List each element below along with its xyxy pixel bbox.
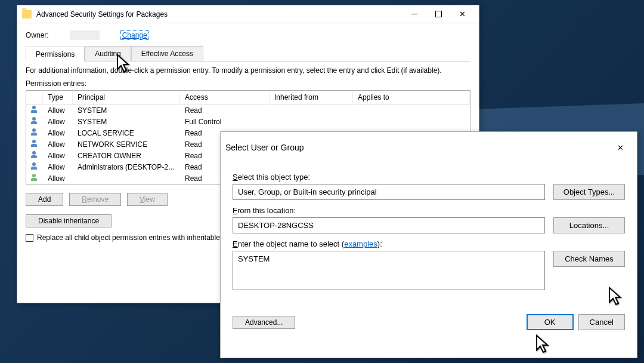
watermark: UGETFIX [577, 344, 632, 357]
col-principal[interactable]: Principal [73, 91, 180, 104]
location-label: From this location: [233, 206, 625, 215]
remove-button[interactable]: Remove [69, 193, 121, 206]
permission-entries-label: Permission entries: [26, 79, 470, 88]
tab-auditing[interactable]: Auditing [85, 46, 131, 61]
examples-link[interactable]: examples [344, 239, 377, 248]
advanced-button[interactable]: Advanced... [233, 316, 295, 329]
close-button[interactable] [608, 140, 632, 155]
change-owner-link[interactable]: Change [120, 30, 149, 40]
minimize-button[interactable] [402, 7, 426, 21]
close-button[interactable] [450, 7, 474, 21]
object-name-label: Enter the object name to select (example… [233, 239, 625, 248]
ok-button[interactable]: OK [527, 314, 574, 330]
check-names-button[interactable]: Check Names [553, 251, 625, 267]
owner-value [70, 30, 100, 40]
maximize-button[interactable] [426, 7, 450, 21]
tab-permissions[interactable]: Permissions [26, 47, 85, 61]
location-field: DESKTOP-28NGCSS [233, 217, 545, 233]
select-user-window: Select User or Group Select this object … [220, 131, 637, 358]
cancel-button[interactable]: Cancel [578, 314, 625, 330]
select-user-title: Select User or Group [225, 143, 608, 152]
info-text: For additional information, double-click… [26, 66, 470, 75]
tab-effective-access[interactable]: Effective Access [131, 46, 203, 61]
window-title: Advanced Security Settings for Packages [36, 10, 402, 19]
owner-label: Owner: [26, 31, 49, 39]
disable-inheritance-button[interactable]: Disable inheritance [26, 214, 112, 227]
user-icon [31, 106, 41, 113]
user-icon [31, 140, 41, 147]
user-icon [31, 174, 41, 181]
user-icon [31, 117, 41, 124]
col-access[interactable]: Access [180, 91, 270, 104]
user-icon [31, 162, 41, 170]
object-type-label: Select this object type: [233, 173, 625, 182]
col-type[interactable]: Type [43, 91, 73, 104]
locations-button[interactable]: Locations... [553, 217, 625, 233]
table-row[interactable]: Allow SYSTEM Read [26, 104, 470, 116]
user-icon [31, 151, 41, 158]
object-types-button[interactable]: Object Types... [553, 184, 625, 200]
user-icon [31, 128, 41, 136]
folder-icon [22, 10, 32, 19]
col-inherited[interactable]: Inherited from [270, 91, 353, 104]
col-applies[interactable]: Applies to [353, 91, 470, 104]
add-button[interactable]: Add [26, 193, 63, 206]
object-name-input[interactable]: SYSTEM [233, 251, 545, 290]
object-type-field: User, Group, or Built-in security princi… [233, 184, 545, 200]
table-row[interactable]: Allow SYSTEM Full Control [26, 116, 470, 127]
replace-checkbox[interactable] [26, 234, 33, 242]
view-button[interactable]: View [127, 193, 168, 206]
tabs: Permissions Auditing Effective Access [26, 46, 470, 61]
titlebar: Advanced Security Settings for Packages [17, 5, 479, 23]
